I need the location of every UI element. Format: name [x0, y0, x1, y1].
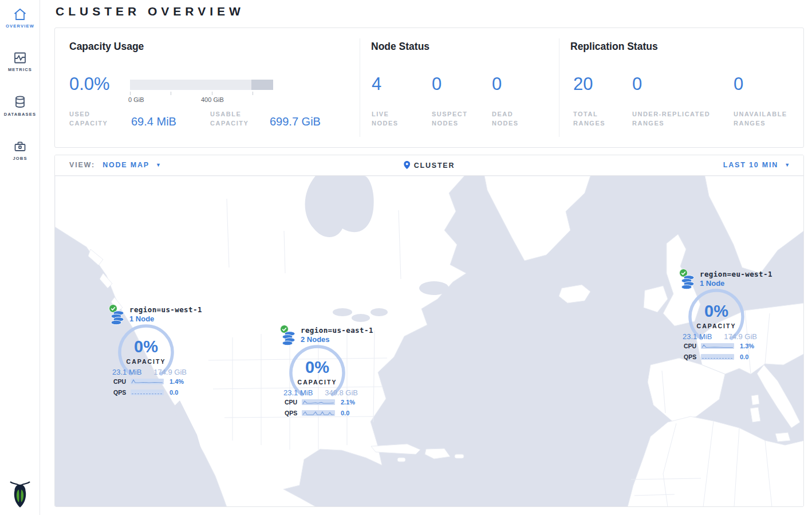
gauge-percent: 0% [685, 302, 748, 321]
cpu-sparkline [302, 399, 335, 405]
marker-region: region=us-west-1 [129, 305, 202, 314]
capacity-total: 174.9 GiB [153, 368, 187, 376]
replication-status-title: Replication Status [570, 41, 658, 53]
cpu-sparkline [131, 379, 164, 384]
panel-divider [559, 38, 559, 137]
metrics-icon [0, 52, 40, 64]
sidebar-item-label: OVERVIEW [0, 23, 40, 29]
usable-capacity-label: USABLE CAPACITY [210, 109, 253, 128]
sidebar-item-label: DATABASES [0, 112, 40, 117]
unavailable-label: UNAVAILABLE RANGES [734, 109, 799, 128]
map-pin-icon [404, 161, 410, 169]
database-icon [0, 95, 40, 109]
gauge-label: CAPACITY [115, 358, 178, 365]
cpu-value: 1.4% [170, 378, 184, 385]
gauge-label: CAPACITY [685, 323, 748, 329]
capacity-usage-title: Capacity Usage [69, 41, 144, 53]
marker-node-count: 1 Node [129, 314, 202, 324]
marker-region: region=eu-west-1 [700, 270, 772, 279]
cluster-summary-panel: Capacity Usage 0.0% 0 GiB 400 GiB USED C… [54, 27, 804, 148]
time-range-value: LAST 10 MIN [723, 161, 778, 169]
sidebar-item-jobs[interactable]: JOBS [0, 140, 40, 161]
live-nodes-value: 4 [372, 74, 381, 95]
world-map: region=us-west-1 1 Node 0% CAPACITY 23.1… [55, 176, 804, 507]
qps-sparkline [302, 410, 335, 416]
breadcrumb[interactable]: CLUSTER [404, 161, 455, 170]
gauge-percent: 0% [286, 358, 349, 377]
cpu-value: 1.3% [740, 343, 754, 349]
sidebar: OVERVIEW METRICS DATABASES JOBS [0, 0, 40, 515]
total-ranges-label: TOTAL RANGES [573, 109, 609, 128]
briefcase-icon [0, 140, 40, 153]
cpu-label: CPU [285, 399, 302, 406]
unavailable-value: 0 [734, 74, 743, 95]
home-icon [0, 8, 40, 21]
qps-sparkline [701, 354, 734, 360]
time-range-dropdown[interactable]: LAST 10 MIN ▼ [723, 161, 791, 169]
capacity-used: 23.1 MiB [283, 388, 313, 397]
sidebar-item-overview[interactable]: OVERVIEW [0, 8, 40, 29]
view-dropdown[interactable]: VIEW: NODE MAP ▼ [69, 161, 162, 169]
cpu-sparkline [701, 343, 734, 349]
sidebar-item-label: JOBS [0, 156, 40, 161]
total-ranges-value: 20 [573, 74, 593, 95]
capacity-bar [130, 80, 273, 90]
used-capacity-label: USED CAPACITY [69, 109, 109, 128]
cockroachdb-logo [9, 479, 31, 510]
qps-label: QPS [113, 389, 131, 396]
dead-nodes-label: DEAD NODES [492, 109, 527, 128]
marker-node-count: 2 Nodes [301, 335, 373, 344]
under-replicated-value: 0 [632, 74, 642, 95]
marker-region: region=us-east-1 [301, 326, 373, 335]
view-value: NODE MAP [103, 161, 149, 169]
page-title: CLUSTER OVERVIEW [56, 5, 245, 18]
suspect-nodes-label: SUSPECT NODES [432, 109, 473, 128]
chevron-down-icon: ▼ [156, 162, 162, 168]
under-replicated-label: UNDER-REPLICATED RANGES [632, 109, 718, 128]
cpu-value: 2.1% [341, 399, 355, 406]
map-toolbar: VIEW: NODE MAP ▼ CLUSTER LAST 10 MIN ▼ [55, 155, 803, 176]
capacity-bar-segment [251, 80, 273, 90]
capacity-used: 23.1 MiB [683, 332, 712, 341]
panel-divider [360, 38, 360, 137]
sidebar-item-databases[interactable]: DATABASES [0, 95, 40, 117]
capacity-tick-0: 0 GiB [128, 96, 144, 103]
chevron-down-icon: ▼ [785, 162, 791, 168]
dead-nodes-value: 0 [492, 74, 502, 95]
qps-value: 0.0 [341, 410, 349, 416]
usable-capacity-value: 699.7 GiB [270, 115, 321, 128]
node-status-title: Node Status [371, 41, 429, 53]
cpu-label: CPU [113, 378, 131, 385]
qps-value: 0.0 [740, 353, 748, 360]
capacity-percent: 0.0% [69, 74, 110, 95]
breadcrumb-label: CLUSTER [414, 162, 455, 170]
capacity-total: 174.9 GiB [724, 332, 757, 341]
node-map-panel: VIEW: NODE MAP ▼ CLUSTER LAST 10 MIN ▼ [54, 155, 804, 507]
gauge-percent: 0% [115, 337, 178, 356]
capacity-total: 349.8 GiB [325, 388, 358, 397]
qps-label: QPS [684, 353, 701, 360]
capacity-used: 23.1 MiB [112, 368, 141, 376]
gauge-label: CAPACITY [286, 379, 349, 386]
qps-sparkline [131, 390, 164, 395]
qps-value: 0.0 [170, 389, 178, 396]
marker-node-count: 1 Node [700, 279, 772, 288]
sidebar-item-label: METRICS [0, 67, 40, 72]
live-nodes-label: LIVE NODES [372, 109, 407, 128]
qps-label: QPS [285, 410, 302, 416]
suspect-nodes-value: 0 [432, 74, 442, 95]
view-label: VIEW: [69, 161, 95, 169]
cpu-label: CPU [684, 343, 701, 349]
capacity-tick-400: 400 GiB [201, 96, 224, 103]
used-capacity-value: 69.4 MiB [131, 115, 176, 128]
sidebar-item-metrics[interactable]: METRICS [0, 52, 40, 72]
